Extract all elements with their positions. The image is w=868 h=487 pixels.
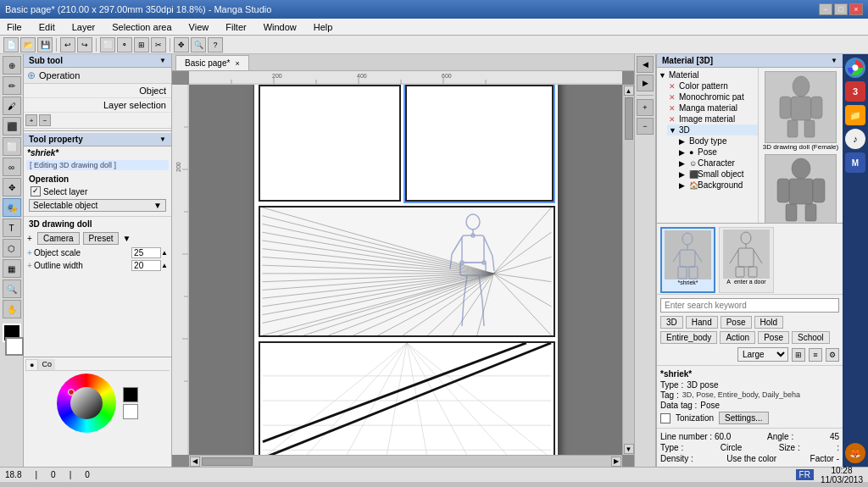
- tag-3d[interactable]: 3D: [660, 316, 683, 329]
- tool-text[interactable]: T: [3, 219, 21, 237]
- vertical-scrollbar[interactable]: ▲ ▼: [622, 85, 634, 455]
- background-color[interactable]: [5, 337, 24, 356]
- tree-body-type[interactable]: ▶ Body type: [677, 136, 758, 147]
- scroll-right-btn[interactable]: ▶: [611, 457, 621, 467]
- tree-color-pattern[interactable]: ✕ Color pattern: [667, 80, 758, 91]
- tool-3d[interactable]: 🎭: [3, 198, 21, 217]
- menu-help[interactable]: Help: [310, 20, 337, 34]
- tool-move[interactable]: ✥: [3, 178, 21, 196]
- scroll-left-btn[interactable]: ◀: [190, 457, 200, 467]
- tool-zoom[interactable]: 🔍: [3, 279, 21, 298]
- thumb-door[interactable]: A_enter a door: [719, 227, 774, 293]
- canvas-tab-close[interactable]: ×: [235, 59, 239, 68]
- subtool-menu-icon[interactable]: ▼: [159, 57, 166, 64]
- tree-background[interactable]: ▶ 🏠 Background: [677, 180, 758, 191]
- subtool-del-btn[interactable]: −: [39, 114, 51, 126]
- nav-btn-3[interactable]: +: [637, 99, 654, 116]
- fg-swatch[interactable]: [123, 387, 138, 402]
- selectable-object-dropdown[interactable]: Selectable object ▼: [29, 199, 166, 212]
- operation-item[interactable]: ⊕ Operation: [24, 68, 171, 84]
- tb-help[interactable]: ?: [208, 37, 223, 53]
- menu-selection-area[interactable]: Selection area: [108, 20, 175, 34]
- material-menu-icon[interactable]: ▼: [831, 57, 837, 64]
- nav-btn-2[interactable]: ▶: [637, 75, 654, 91]
- menu-window[interactable]: Window: [260, 20, 300, 34]
- menu-file[interactable]: File: [3, 20, 25, 34]
- tool-hand[interactable]: ✋: [3, 300, 21, 318]
- scroll-thumb-v[interactable]: [625, 97, 633, 140]
- preset-button[interactable]: Preset: [83, 232, 120, 245]
- tb-save[interactable]: 💾: [37, 37, 53, 53]
- tag-school[interactable]: School: [792, 331, 830, 344]
- tool-lasso[interactable]: ∞: [3, 158, 21, 176]
- color-tab-2[interactable]: Co: [38, 359, 55, 370]
- object-scale-input[interactable]: [131, 247, 161, 258]
- outline-up-btn[interactable]: ▲: [161, 262, 168, 269]
- size-icon-btn[interactable]: ⊞: [792, 348, 805, 362]
- app-365[interactable]: 3: [845, 81, 865, 102]
- tb-new[interactable]: 📄: [3, 37, 19, 53]
- tree-manga[interactable]: ✕ Manga material: [667, 102, 758, 113]
- tag-pose[interactable]: Pose: [721, 316, 752, 329]
- tree-3d[interactable]: ▼ 3D: [667, 125, 758, 136]
- app-folder[interactable]: 📁: [845, 105, 865, 125]
- subtool-add-btn[interactable]: +: [25, 114, 37, 126]
- scroll-up-btn[interactable]: ▲: [624, 86, 634, 96]
- tb-select[interactable]: ⬜: [100, 37, 115, 53]
- close-button[interactable]: ×: [849, 3, 863, 15]
- nav-btn-4[interactable]: −: [637, 118, 654, 135]
- tag-entire-body[interactable]: Entire_body: [660, 331, 717, 344]
- tb-transform[interactable]: ⊞: [134, 37, 149, 53]
- menu-layer[interactable]: Layer: [69, 20, 99, 34]
- tool-gradient[interactable]: ▦: [3, 259, 21, 278]
- color-tab-1[interactable]: ●: [25, 359, 38, 370]
- tree-material[interactable]: ▼ Material: [657, 69, 758, 80]
- thumb-shriek[interactable]: *shriek*: [660, 227, 715, 293]
- minimize-button[interactable]: −: [819, 3, 832, 15]
- tree-character[interactable]: ▶ ☺ Character: [677, 158, 758, 169]
- canvas-tab[interactable]: Basic page* ×: [175, 55, 249, 70]
- menu-edit[interactable]: Edit: [36, 20, 58, 34]
- size-select[interactable]: Large Medium Small: [737, 347, 788, 362]
- canvas[interactable]: [189, 85, 622, 455]
- list-icon-btn[interactable]: ≡: [809, 348, 822, 362]
- tree-image[interactable]: ✕ Image material: [667, 113, 758, 125]
- tonization-checkbox[interactable]: [660, 413, 670, 423]
- tool-select[interactable]: ⬜: [3, 137, 21, 156]
- app-chrome[interactable]: [845, 58, 865, 78]
- tool-brush[interactable]: 🖌: [3, 97, 21, 115]
- scroll-down-btn[interactable]: ▼: [624, 444, 634, 454]
- tag-hold[interactable]: Hold: [754, 316, 784, 329]
- tool-operation[interactable]: ⊕: [3, 56, 21, 75]
- tb-redo[interactable]: ↪: [77, 37, 92, 53]
- menu-filter[interactable]: Filter: [222, 20, 249, 34]
- tb-move[interactable]: ✥: [174, 37, 189, 53]
- tag-action[interactable]: Action: [720, 331, 755, 344]
- tool-fill[interactable]: ⬡: [3, 239, 21, 257]
- tree-pose[interactable]: ▶ ● Pose: [677, 147, 758, 158]
- nav-btn-1[interactable]: ◀: [637, 56, 654, 73]
- tool-prop-menu-icon[interactable]: ▼: [159, 136, 166, 143]
- scroll-thumb-h[interactable]: [202, 457, 253, 466]
- tag-pose2[interactable]: Pose: [758, 331, 789, 344]
- tb-crop[interactable]: ✂: [151, 37, 166, 53]
- color-wheel-container[interactable]: [57, 374, 116, 433]
- settings-button[interactable]: Settings...: [719, 412, 768, 424]
- search-input[interactable]: [660, 298, 839, 313]
- horizontal-scrollbar[interactable]: ◀ ▶: [189, 455, 622, 467]
- tree-monochromic[interactable]: ✕ Monochromic pat: [667, 91, 758, 102]
- scale-up-btn[interactable]: ▲: [161, 249, 168, 257]
- menu-view[interactable]: View: [186, 20, 213, 34]
- bg-swatch[interactable]: [123, 404, 138, 419]
- select-layer-checkbox[interactable]: [31, 186, 41, 196]
- tool-eraser[interactable]: ⬛: [3, 117, 21, 136]
- outline-width-input[interactable]: [131, 260, 161, 271]
- tb-undo[interactable]: ↩: [60, 37, 75, 53]
- tb-lasso[interactable]: ⚬: [117, 37, 132, 53]
- app-itunes[interactable]: ♪: [845, 129, 865, 149]
- camera-button[interactable]: Camera: [37, 232, 80, 245]
- tag-hand[interactable]: Hand: [686, 316, 718, 329]
- app-m[interactable]: M: [845, 152, 865, 173]
- tb-zoom[interactable]: 🔍: [191, 37, 206, 53]
- maximize-button[interactable]: □: [834, 3, 848, 15]
